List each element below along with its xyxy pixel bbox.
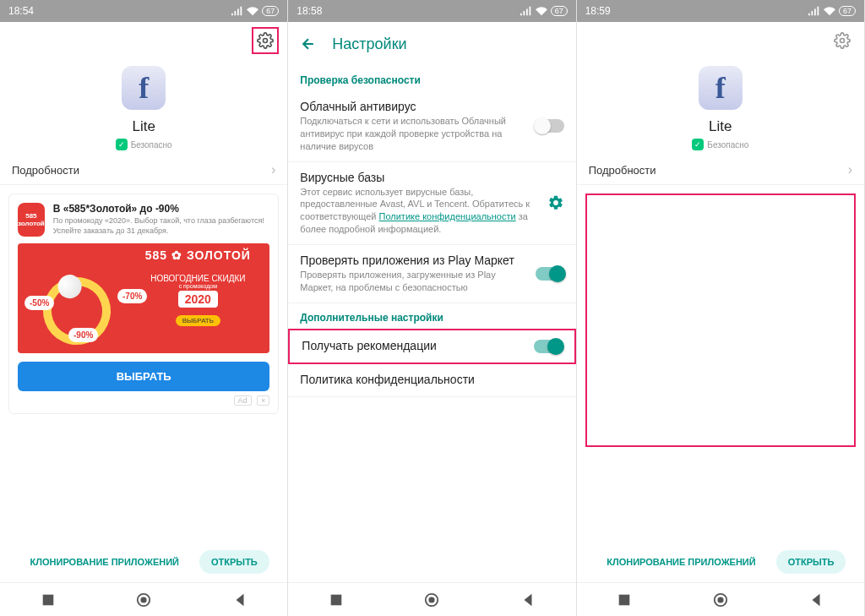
ad-logo: 585 золотой [18,203,45,237]
status-icons: 67 [231,6,279,16]
gear-icon[interactable] [257,32,274,49]
status-bar: 18:54 67 [0,0,287,22]
topbar [577,22,864,59]
discount-chip: -90% [68,328,98,342]
discount-chip: -50% [24,296,54,310]
home-button[interactable] [424,592,439,608]
details-label: Подробности [589,164,656,177]
app-header: f Lite Безопасно [0,59,287,155]
status-icons: 67 [520,6,568,16]
ad-title: В «585*Золотой» до -90% [53,203,270,215]
safety-label: Безопасно [707,140,748,150]
app-icon: f [122,66,166,110]
details-label: Подробности [12,164,79,177]
safety-status: Безопасно [692,139,748,150]
settings-title: Настройки [332,35,406,53]
svg-rect-1 [42,594,53,605]
screen-app-info-with-ad: 18:54 67 f Lite Безопасно Подробности › [0,0,288,616]
home-button[interactable] [713,592,728,608]
setting-playmarket-check[interactable]: Проверять приложения из Play Маркет Пров… [288,245,575,303]
details-row[interactable]: Подробности › [577,155,864,185]
status-bar: 18:59 67 [577,0,864,22]
setting-recommendations-highlight[interactable]: Получать рекомендации [288,329,575,364]
back-button[interactable] [520,592,536,608]
bottom-actions: КЛОНИРОВАНИЕ ПРИЛОЖЕНИЙ ОТКРЫТЬ [0,542,287,582]
setting-cloud-antivirus[interactable]: Облачный антивирус Подключаться к сети и… [288,91,575,162]
setting-title: Облачный антивирус [300,100,526,113]
svg-rect-8 [619,594,630,605]
empty-ad-area-highlight [585,194,856,447]
svg-point-3 [141,597,147,602]
svg-rect-4 [331,594,342,605]
toggle-playmarket-check[interactable] [536,267,564,281]
setting-title: Политика конфиденциальности [300,373,563,386]
gear-icon [834,32,851,49]
settings-header: Настройки [288,22,575,66]
banner-promo-label: с промокодом [134,283,261,289]
ad-banner[interactable]: -50% -70% -90% 585 ✿ ЗОЛОТОЙ НОВОГОДНИЕ … [18,243,269,353]
status-time: 18:58 [296,5,322,17]
banner-brand: 585 ✿ ЗОЛОТОЙ [134,248,261,262]
back-button[interactable] [232,592,248,608]
chevron-right-icon: › [848,162,852,177]
setting-desc: Проверять приложения, загруженные из Pla… [300,269,526,294]
system-navbar [288,582,575,616]
bottom-actions: КЛОНИРОВАНИЕ ПРИЛОЖЕНИЙ ОТКРЫТЬ [577,542,864,582]
svg-point-6 [429,597,435,602]
signal-icon [231,6,243,16]
ad-footer: Ad × [18,396,269,405]
banner-promo-code: 2020 [178,291,218,308]
battery-indicator: 67 [262,6,279,16]
safety-status: Безопасно [116,139,172,150]
setting-title: Вирусные базы [300,171,538,184]
privacy-policy-link[interactable]: Политике конфиденциальности [379,211,516,221]
home-button[interactable] [136,592,151,608]
ad-card: 585 золотой В «585*Золотой» до -90% По п… [8,194,279,414]
recents-button[interactable] [41,592,56,608]
clone-button[interactable]: КЛОНИРОВАНИЕ ПРИЛОЖЕНИЙ [19,550,191,574]
ad-tag: Ad [234,395,252,406]
chevron-right-icon: › [271,162,275,177]
settings-gear-highlight [252,27,279,54]
back-arrow-icon[interactable] [300,35,317,52]
status-time: 18:59 [585,5,611,17]
select-button[interactable]: ВЫБРАТЬ [18,362,269,391]
settings-gear[interactable] [829,27,856,54]
recents-button[interactable] [617,592,632,608]
banner-cta: ВЫБРАТЬ [176,315,220,326]
status-bar: 18:58 67 [288,0,575,22]
app-icon: f [699,66,743,110]
section-additional-label: Дополнительные настройки [288,303,575,329]
status-icons: 67 [808,6,856,16]
setting-desc: Этот сервис использует вирусные базы, пр… [300,186,538,236]
system-navbar [0,582,287,616]
ad-close-icon[interactable]: × [257,395,269,406]
app-header: f Lite Безопасно [577,59,864,155]
topbar [0,22,287,59]
open-button[interactable]: ОТКРЫТЬ [199,550,269,574]
recents-button[interactable] [329,592,344,608]
app-name: Lite [709,118,732,135]
setting-virus-db[interactable]: Вирусные базы Этот сервис использует вир… [288,162,575,245]
back-button[interactable] [808,592,824,608]
shield-check-icon [692,139,704,150]
gear-icon[interactable] [547,194,564,211]
clone-button[interactable]: КЛОНИРОВАНИЕ ПРИЛОЖЕНИЙ [595,550,767,574]
open-button[interactable]: ОТКРЫТЬ [776,550,846,574]
status-time: 18:54 [8,5,34,17]
toggle-recommendations[interactable] [534,340,563,353]
svg-point-7 [840,39,844,43]
battery-indicator: 67 [839,6,856,16]
banner-headline: НОВОГОДНИЕ СКИДКИ [134,274,261,283]
signal-icon [520,6,532,16]
safety-label: Безопасно [131,140,172,150]
shield-check-icon [116,139,128,150]
toggle-cloud-antivirus[interactable] [536,119,564,133]
svg-point-0 [264,39,268,43]
wifi-icon [247,6,258,16]
details-row[interactable]: Подробности › [0,155,287,185]
system-navbar [577,582,864,616]
screen-app-info-no-ad: 18:59 67 f Lite Безопасно Подробности › [577,0,865,616]
setting-title: Получать рекомендации [302,339,525,352]
setting-privacy-policy[interactable]: Политика конфиденциальности [288,364,575,397]
